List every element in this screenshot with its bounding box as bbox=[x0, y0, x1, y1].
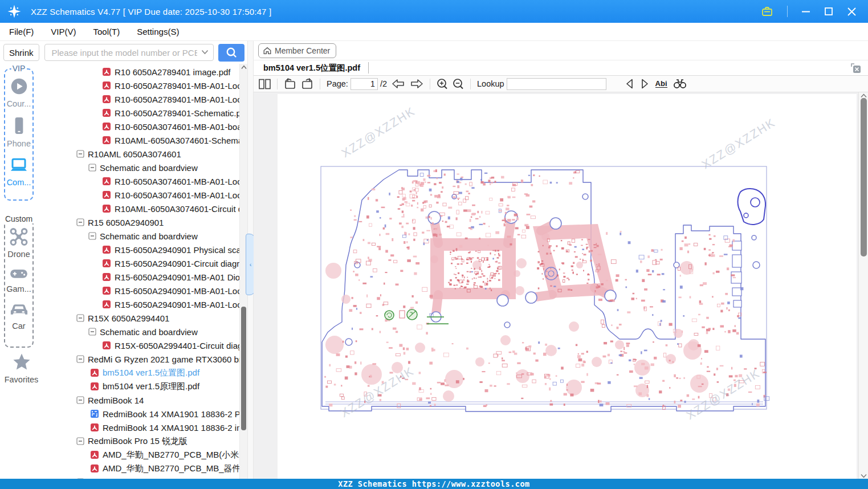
zoom-out-button[interactable] bbox=[452, 78, 464, 90]
favorites-label: Favorites bbox=[5, 375, 39, 384]
collapse-box-icon[interactable] bbox=[88, 164, 96, 172]
match-case-button[interactable]: Abi bbox=[655, 80, 667, 88]
custom-group-label: Custom bbox=[4, 214, 34, 223]
file-tree: R10 6050A2789401 image.pdfR10-6050A27894… bbox=[43, 64, 239, 479]
minimize-button[interactable] bbox=[801, 7, 810, 16]
tree-item[interactable]: R15-6050A2940901-MB-A01-Loca bbox=[43, 284, 239, 298]
collapse-box-icon[interactable] bbox=[88, 232, 96, 240]
next-page-button[interactable] bbox=[409, 78, 424, 89]
scroll-up-icon[interactable] bbox=[241, 65, 247, 70]
tree-item[interactable]: R10AML-6050A3074601-Circuit d bbox=[43, 202, 239, 215]
viewer-scrollbar[interactable] bbox=[858, 92, 868, 479]
tree-item[interactable]: R10-6050A2789401-MB-A01-Loca bbox=[43, 92, 239, 106]
collapse-box-icon[interactable] bbox=[76, 355, 84, 363]
tree-item[interactable]: AMD_华勤_NB2770_PCB_MB(小米XM bbox=[43, 448, 239, 462]
tree-item[interactable]: RedmiBook 14 XMA1901 18836-2 im bbox=[43, 421, 239, 434]
sidebar-item-gam[interactable]: Gam... bbox=[5, 266, 32, 294]
window-title: XZZ Schematics V4.77 [ VIP Due date: 202… bbox=[31, 7, 271, 17]
pdf-file-icon bbox=[102, 177, 111, 186]
home-icon bbox=[263, 46, 272, 55]
tree-item[interactable]: R15-6050A2940901 Physical scan bbox=[43, 243, 239, 256]
pcb-boardview-drawing: XZZ@XZZHKXZZ@XZZHKXZZ@XZZHKXZZ@XZZHK bbox=[278, 94, 857, 479]
search-input[interactable] bbox=[51, 47, 198, 58]
pdf-file-icon bbox=[102, 190, 111, 199]
shrink-button[interactable]: Shrink bbox=[3, 44, 39, 61]
pdf-toolbar: Page: /2 Lookup Abi bbox=[254, 76, 868, 92]
sidebar-item-com[interactable]: Com... bbox=[5, 156, 32, 187]
tree-item[interactable]: R10-6050A3074601-MB-A01-Loca bbox=[43, 188, 239, 202]
collapse-box-icon[interactable] bbox=[76, 150, 84, 158]
zoom-in-button[interactable] bbox=[436, 78, 449, 90]
close-document-button[interactable] bbox=[850, 63, 861, 74]
binoculars-button[interactable] bbox=[673, 78, 687, 89]
maximize-button[interactable] bbox=[824, 7, 833, 16]
document-tab[interactable]: bm5104 ver1.5位置图.pdf bbox=[263, 63, 360, 74]
tree-group[interactable]: Schematic and boardview bbox=[43, 229, 239, 243]
lookup-input[interactable] bbox=[507, 78, 606, 90]
collapse-box-icon[interactable] bbox=[76, 314, 84, 322]
close-button[interactable] bbox=[847, 7, 857, 17]
tree-item[interactable]: RedmiBook 14 XMA1901 18836-2 PC bbox=[43, 407, 239, 421]
briefcase-icon[interactable] bbox=[761, 5, 773, 18]
car-icon bbox=[9, 301, 29, 320]
tree-group[interactable]: RedmiBook Pro 15 锐龙版 bbox=[43, 434, 239, 448]
search-button[interactable] bbox=[218, 44, 244, 62]
tree-item[interactable]: R10-6050A2789401-MB-A01-Loca bbox=[43, 79, 239, 92]
sidebar-item-phone[interactable]: Phone bbox=[5, 116, 32, 148]
tree-group[interactable]: RedMi G Ryzen 2021 game RTX3060 bm bbox=[43, 352, 239, 366]
tree-group[interactable]: R10AML 6050A3074601 bbox=[43, 147, 239, 161]
collapse-box-icon[interactable] bbox=[76, 396, 84, 404]
tree-item[interactable]: R10-6050A3074601-MB-A01-Loca bbox=[43, 174, 239, 188]
laptop-icon bbox=[9, 156, 29, 177]
lookup-label: Lookup bbox=[477, 79, 504, 88]
tree-item[interactable]: R10AML-6050A3074601-Schemat bbox=[43, 133, 239, 147]
tree-item[interactable]: bm5104 ver1.5位置图.pdf bbox=[43, 366, 239, 380]
custom-group: Custom DroneGam...Car bbox=[4, 219, 34, 348]
tree-group[interactable]: RedmiBook 14 bbox=[43, 393, 239, 407]
pdf-file-icon bbox=[102, 136, 111, 145]
tree-item[interactable]: R15-6050A2940901-MB-A01 Dioc bbox=[43, 270, 239, 284]
sidebar-item-favorites[interactable]: Favorites bbox=[0, 352, 43, 384]
member-center-button[interactable]: Member Center bbox=[258, 43, 336, 58]
collapse-box-icon[interactable] bbox=[76, 218, 84, 226]
collapse-box-icon[interactable] bbox=[76, 437, 84, 445]
scroll-down-icon[interactable] bbox=[861, 474, 867, 478]
tree-item[interactable]: R10-6050A3074601-MB-A01-boa bbox=[43, 120, 239, 133]
tree-item[interactable]: R15X-6050A2994401-Circuit diagr bbox=[43, 339, 239, 352]
search-row: Shrink bbox=[0, 41, 247, 64]
two-page-view-button[interactable] bbox=[258, 79, 271, 89]
viewer-scroll-thumb[interactable] bbox=[861, 98, 867, 256]
tree-group[interactable]: Schematic and boardview bbox=[43, 161, 239, 174]
sidebar-item-cour[interactable]: Cour... bbox=[5, 77, 32, 108]
next-result-button[interactable] bbox=[639, 78, 650, 89]
rotate-left-button[interactable] bbox=[283, 78, 297, 90]
collapse-box-icon[interactable] bbox=[88, 328, 96, 336]
page-total: /2 bbox=[380, 79, 387, 88]
menu-item-file[interactable]: File(F) bbox=[9, 27, 34, 36]
tree-item[interactable]: R15-6050A2940901-Circuit diagra bbox=[43, 256, 239, 270]
tree-group[interactable]: R15X 6050A2994401 bbox=[43, 311, 239, 325]
tree-group[interactable]: R15 6050A2940901 bbox=[43, 215, 239, 229]
menu-item-settings[interactable]: Settings(S) bbox=[137, 27, 179, 36]
title-bar: XZZ Schematics V4.77 [ VIP Due date: 202… bbox=[0, 0, 868, 23]
tree-item[interactable]: R10-6050A2789401-Schematic.pd bbox=[43, 106, 239, 120]
tree-item[interactable]: bm5104 ver1.5原理图.pdf bbox=[43, 380, 239, 393]
phone-icon bbox=[10, 116, 28, 138]
menu-item-tool[interactable]: Tool(T) bbox=[93, 27, 120, 36]
previous-page-button[interactable] bbox=[391, 78, 406, 89]
rotate-right-button[interactable] bbox=[300, 78, 314, 90]
chevron-down-icon[interactable] bbox=[201, 50, 209, 55]
tree-group[interactable]: Schematic and boardview bbox=[43, 325, 239, 339]
previous-result-button[interactable] bbox=[624, 78, 635, 89]
tree-item[interactable]: R10 6050A2789401 image.pdf bbox=[43, 65, 239, 79]
page-number-input[interactable] bbox=[351, 78, 378, 90]
sidebar-item-car[interactable]: Car bbox=[5, 301, 32, 331]
tree-scroll-thumb[interactable] bbox=[241, 307, 246, 430]
app-logo-icon bbox=[7, 4, 22, 19]
menu-item-vip[interactable]: VIP(V) bbox=[51, 27, 76, 36]
tree-item[interactable]: R15-6050A2940901-MB-A01-Loca bbox=[43, 298, 239, 311]
scroll-up-icon[interactable] bbox=[861, 93, 867, 98]
pdf-page-canvas[interactable]: XZZ@XZZHKXZZ@XZZHKXZZ@XZZHKXZZ@XZZHK bbox=[278, 94, 857, 479]
tree-item[interactable]: AMD_华勤_NB2770_PCB_MB_器件位号 bbox=[43, 462, 239, 475]
sidebar-item-drone[interactable]: Drone bbox=[5, 227, 32, 259]
